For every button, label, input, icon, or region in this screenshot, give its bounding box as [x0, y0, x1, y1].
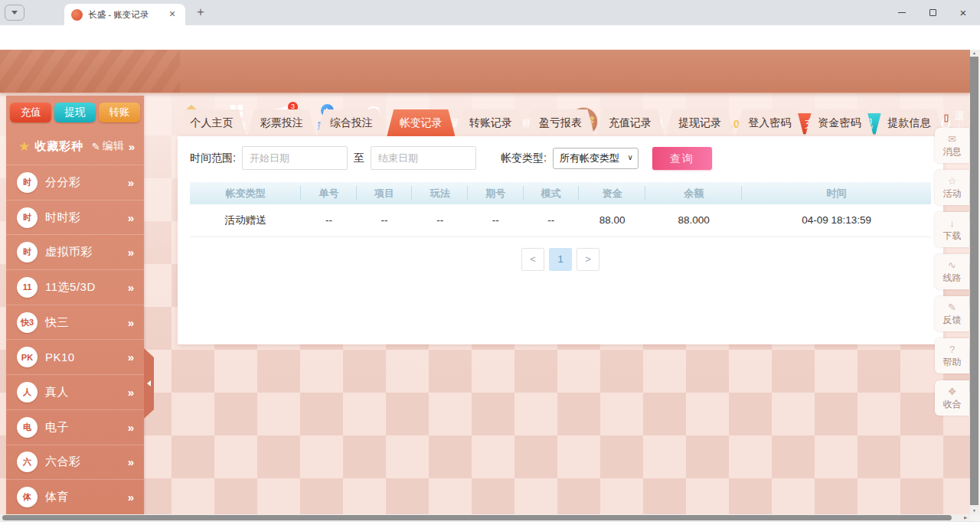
cell-playtype: --	[412, 204, 468, 236]
chevron-right-icon	[128, 281, 134, 294]
slot-icon: 电	[17, 417, 38, 438]
cell-project: --	[357, 204, 413, 236]
tab-profit-report[interactable]: 盈亏报表	[526, 109, 594, 136]
toolbar-label: 帮助	[943, 356, 962, 369]
page-1-button[interactable]: 1	[549, 248, 572, 271]
member-tabs: 个人主页 彩票投注 综合投注 帐变记录 转账记录 盈亏报表 充值记录 提现记录 …	[178, 109, 943, 136]
tab-combined-bets[interactable]: 综合投注	[317, 109, 385, 136]
table-header-row: 帐变类型 单号 项目 玩法 期号 模式 资金 余额 时间	[190, 182, 931, 204]
toolbar-item-feedback[interactable]: ✎ 反馈	[935, 296, 969, 331]
window-maximize-button[interactable]	[917, 0, 948, 25]
envelope-icon: ✉	[948, 133, 956, 145]
sidebar-item-label: 体育	[45, 490, 120, 504]
browser-tab-title: 长盛 - 账变记录	[88, 9, 161, 21]
tab-login-password[interactable]: 登入密码	[736, 109, 804, 136]
sidebar: 充值 提现 转账 收藏彩种 编辑 时 分分彩 时 时时彩 时 虚拟币彩 11 1…	[6, 96, 144, 514]
col-order-no: 单号	[301, 182, 357, 204]
sidebar-item-pk10[interactable]: PK PK10	[6, 339, 144, 374]
tab-funds-password[interactable]: 资金密码	[805, 109, 874, 136]
site-header: 长盛 首页 菜单 3 公告 影音 客服 盈亏报表 彩票投注	[0, 50, 970, 93]
toolbar-item-messages[interactable]: ✉ 消息	[935, 128, 969, 163]
chevron-right-icon	[128, 176, 134, 189]
window-minimize-button[interactable]	[887, 0, 917, 25]
cell-issue-no: --	[468, 204, 524, 236]
col-change-type: 帐变类型	[190, 182, 301, 204]
prev-page-button[interactable]: <	[521, 248, 544, 271]
window-close-button[interactable]	[948, 0, 978, 25]
sidebar-item-mark6[interactable]: 六 六合彩	[6, 445, 144, 480]
star-circle-icon: ☆	[948, 175, 957, 187]
vertical-scrollbar-thumb[interactable]	[970, 57, 978, 505]
toolbar-item-lines[interactable]: ∿ 线路	[935, 254, 969, 289]
browser-tab-strip: 长盛 - 账变记录	[0, 0, 980, 25]
change-type-select[interactable]: 所有帐变类型	[553, 148, 639, 169]
horizontal-scrollbar-thumb[interactable]	[2, 515, 952, 520]
chevron-right-icon	[128, 421, 134, 434]
tab-search-dropdown-button[interactable]	[5, 5, 24, 21]
end-date-input[interactable]	[371, 146, 476, 170]
col-project: 项目	[357, 182, 413, 204]
col-issue-no: 期号	[468, 182, 524, 204]
tab-close-icon[interactable]	[166, 8, 178, 21]
horizontal-scrollbar	[0, 514, 970, 521]
sidebar-item-label: 电子	[45, 420, 120, 435]
sidebar-item-11x5-3d[interactable]: 11 11选5/3D	[6, 269, 144, 305]
tab-deposit-records[interactable]: 充值记录	[596, 109, 665, 136]
toolbar-item-activities[interactable]: ☆ 活动	[935, 170, 969, 205]
toolbar-item-download[interactable]: ↓ 下载	[935, 212, 969, 247]
sidebar-item-label: 时时彩	[45, 210, 120, 225]
table-row: 活动赠送 -- -- -- -- -- 88.00 88.000 04-09 1…	[190, 204, 931, 236]
window-controls	[887, 0, 978, 25]
start-date-input[interactable]	[242, 146, 348, 170]
clock-lottery-icon: 时	[17, 172, 38, 193]
date-range-label: 时间范围:	[190, 152, 236, 165]
route-icon: ∿	[948, 259, 956, 271]
help-icon: ?	[949, 344, 955, 355]
sidebar-item-label: PK10	[45, 351, 120, 364]
toolbar-label: 反馈	[943, 314, 962, 327]
sidebar-item-sports[interactable]: 体 体育	[6, 479, 144, 514]
scroll-right-arrow[interactable]	[964, 514, 967, 521]
col-mode: 模式	[524, 182, 580, 204]
edit-favorites-button[interactable]: 编辑	[92, 139, 124, 153]
side-toolbar: ✉ 消息 ☆ 活动 ↓ 下载 ∿ 线路 ✎ 反馈 ? 帮助 ❖ 收合	[935, 128, 969, 416]
vertical-scrollbar	[970, 50, 978, 514]
sidebar-recharge-button[interactable]: 充值	[10, 103, 51, 122]
to-label: 至	[354, 152, 364, 165]
toolbar-label: 活动	[943, 188, 962, 201]
browser-tab[interactable]: 长盛 - 账变记录	[64, 4, 185, 25]
tab-withdrawal-info[interactable]: 提款信息	[875, 109, 943, 136]
sidebar-item-label: 真人	[45, 385, 120, 399]
toolbar-item-collapse[interactable]: ❖ 收合	[935, 380, 969, 416]
next-page-button[interactable]: >	[577, 248, 599, 271]
tab-lottery-bets[interactable]: 彩票投注	[247, 109, 315, 136]
sidebar-item-fenfencai[interactable]: 时 分分彩	[6, 165, 144, 200]
sidebar-item-label: 11选5/3D	[45, 280, 120, 295]
tab-withdraw-records[interactable]: 提现记录	[666, 109, 734, 136]
sidebar-item-shishicai[interactable]: 时 时时彩	[6, 200, 144, 235]
sidebar-item-kuai3[interactable]: 快3 快三	[6, 305, 144, 340]
browser-address-bar: https://www.cs005.vip/Member/Change 聊天	[0, 25, 980, 50]
chevron-right-icon	[128, 246, 134, 259]
tab-account-change[interactable]: 帐变记录	[387, 109, 455, 136]
scroll-down-arrow[interactable]	[970, 507, 978, 514]
toolbar-item-help[interactable]: ? 帮助	[935, 338, 969, 373]
sidebar-item-crypto-lottery[interactable]: 时 虚拟币彩	[6, 234, 144, 269]
search-button[interactable]: 查询	[652, 147, 712, 170]
tab-personal-home[interactable]: 个人主页	[178, 109, 246, 136]
sidebar-item-label: 六合彩	[45, 455, 120, 469]
pagination: < 1 >	[178, 248, 943, 271]
cell-mode: --	[524, 204, 580, 236]
scroll-up-arrow[interactable]	[970, 50, 978, 57]
sidebar-transfer-button[interactable]: 转账	[99, 103, 140, 122]
chevron-right-icon	[128, 455, 134, 468]
new-tab-button[interactable]	[193, 5, 208, 21]
sidebar-item-live-casino[interactable]: 人 真人	[6, 374, 144, 409]
sidebar-collapse-handle[interactable]	[144, 348, 154, 419]
tab-transfer-records[interactable]: 转账记录	[456, 109, 524, 136]
sidebar-item-slots[interactable]: 电 电子	[6, 409, 144, 445]
sidebar-withdraw-button[interactable]: 提现	[54, 103, 96, 122]
chevron-right-icon	[128, 316, 134, 329]
favorites-row[interactable]: 收藏彩种 编辑	[6, 128, 144, 165]
change-type-label: 帐变类型:	[501, 152, 547, 165]
